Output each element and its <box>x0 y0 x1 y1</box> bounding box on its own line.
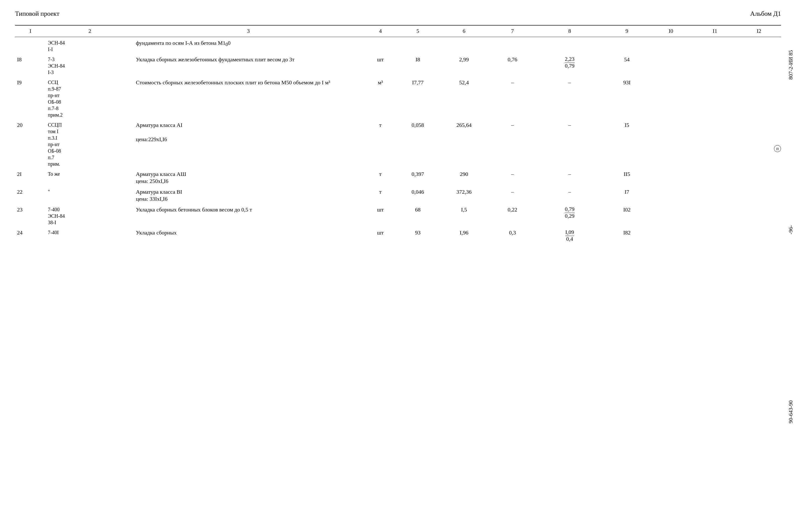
row-desc: Арматура класса BIцена: 33IхI,I6 <box>134 186 363 204</box>
row-desc: фундамента по осям I-А из бетона М100 <box>134 37 363 54</box>
row-unit <box>363 37 398 54</box>
side-label-3: 90-643-90 <box>788 400 794 423</box>
row-unit: т <box>363 186 398 204</box>
row-id: I8 <box>15 54 46 77</box>
fraction-value: 0,79 0,29 <box>565 206 575 219</box>
row-unit: шт <box>363 54 398 77</box>
table-row: 24 7-40I Укладка сборных шт 93 I,96 0,3 … <box>15 227 781 243</box>
row-ref: 7-40I <box>46 227 134 243</box>
col-header-9: 9 <box>605 25 649 37</box>
header-left: Типовой проект <box>15 10 59 18</box>
row-id: 23 <box>15 204 46 227</box>
side-label-2: -96- <box>788 225 794 234</box>
row-desc: Стоимость сборных железобетонных плоских… <box>134 77 363 119</box>
col-header-3: 3 <box>134 25 363 37</box>
col-header-11: I1 <box>693 25 737 37</box>
row-unit: шт <box>363 227 398 243</box>
fraction-value: 2,23 0,79 <box>565 56 575 69</box>
row-id: I9 <box>15 77 46 119</box>
col-header-2: 2 <box>46 25 134 37</box>
row-desc: Арматура класса AШцена: 250хI,I6 <box>134 168 363 186</box>
col-header-1: I <box>15 25 46 37</box>
row-desc: Укладка сборных железобетонных фундамент… <box>134 54 363 77</box>
row-desc: Арматура класса AIцена:229хI,I6 <box>134 119 363 168</box>
col-header-7: 7 <box>490 25 535 37</box>
col-header-6: 6 <box>438 25 490 37</box>
row-desc: Укладка сборных бетонных блоков весом до… <box>134 204 363 227</box>
row-ref: " <box>46 186 134 204</box>
fraction-value: I,09 0,4 <box>565 229 574 242</box>
row-ref: 7-3ЭСН-84I-3 <box>46 54 134 77</box>
row-id <box>15 37 46 54</box>
table-row: I9 ССЦп.9-87пр-нтОБ-08п.7-8прим.2 Стоимо… <box>15 77 781 119</box>
circled-label: п <box>774 145 781 152</box>
row-id: 22 <box>15 186 46 204</box>
col-header-12: I2 <box>737 25 781 37</box>
table-row: 23 7-400ЭСН-8438-I Укладка сборных бетон… <box>15 204 781 227</box>
row-id: 20 <box>15 119 46 168</box>
row-desc: Укладка сборных <box>134 227 363 243</box>
main-table: I 2 3 4 5 6 7 8 9 I0 I1 I2 ЭСН-84I-I фун… <box>15 25 781 243</box>
col-header-10: I0 <box>649 25 693 37</box>
col-header-5: 5 <box>398 25 438 37</box>
row-id: 24 <box>15 227 46 243</box>
table-row: ЭСН-84I-I фундамента по осям I-А из бето… <box>15 37 781 54</box>
row-ref: То же <box>46 168 134 186</box>
table-row: 20 ССЦПтом Iп.3.Iпр-нтОБ-08п.7прим. Арма… <box>15 119 781 168</box>
header-right: Альбом Д1 <box>750 10 781 18</box>
row-ref: ЭСН-84I-I <box>46 37 134 54</box>
col-header-4: 4 <box>363 25 398 37</box>
row-ref: 7-400ЭСН-8438-I <box>46 204 134 227</box>
table-row: I8 7-3ЭСН-84I-3 Укладка сборных железобе… <box>15 54 781 77</box>
page-header: Типовой проект Альбом Д1 <box>15 10 781 18</box>
row-ref: ССЦп.9-87пр-нтОБ-08п.7-8прим.2 <box>46 77 134 119</box>
row-unit: м³ <box>363 77 398 119</box>
column-headers: I 2 3 4 5 6 7 8 9 I0 I1 I2 <box>15 25 781 37</box>
row-unit: т <box>363 119 398 168</box>
row-id: 2I <box>15 168 46 186</box>
row-ref: ССЦПтом Iп.3.Iпр-нтОБ-08п.7прим. <box>46 119 134 168</box>
col-header-8: 8 <box>535 25 605 37</box>
row-unit: шт <box>363 204 398 227</box>
table-row: 2I То же Арматура класса AШцена: 250хI,I… <box>15 168 781 186</box>
side-label-1: 807-2-ИИ 85 <box>788 50 794 80</box>
row-unit: т <box>363 168 398 186</box>
table-row: 22 " Арматура класса BIцена: 33IхI,I6 т … <box>15 186 781 204</box>
